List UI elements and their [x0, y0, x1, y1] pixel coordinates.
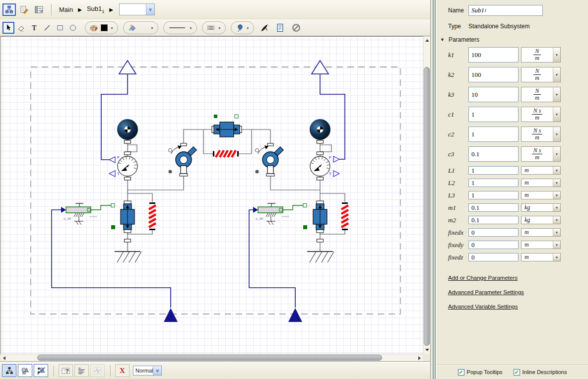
param-unit-select[interactable]: N sm ▼: [521, 146, 561, 162]
param-unit-select[interactable]: kg ▼: [521, 203, 561, 212]
param-value-input[interactable]: 1: [468, 179, 519, 187]
fill-color-dropdown[interactable]: ▼: [123, 21, 158, 34]
signal-wire[interactable]: [101, 74, 128, 160]
horizontal-scrollbar[interactable]: [1, 354, 423, 361]
torque-input-port[interactable]: [109, 171, 115, 177]
signal-port-marker[interactable]: [111, 225, 115, 229]
scroll-up-icon[interactable]: [425, 39, 429, 42]
scroll-right-icon[interactable]: [418, 356, 421, 360]
unit-dropdown-button[interactable]: ▼: [553, 87, 560, 102]
flange-connector[interactable]: [317, 177, 324, 180]
ground-fixture[interactable]: [307, 252, 334, 262]
port-spacing-dropdown[interactable]: ▼: [202, 21, 226, 34]
spring-damper[interactable]: [341, 202, 348, 230]
annotation-edit-button[interactable]: [17, 3, 31, 16]
flange-connector[interactable]: [125, 140, 131, 143]
mechanical-wire[interactable]: [239, 129, 252, 154]
combined-view-button[interactable]: [34, 364, 48, 377]
mechanical-wire[interactable]: [203, 129, 213, 154]
param-value-input[interactable]: 100: [468, 67, 519, 82]
parameters-section-header[interactable]: ▼ Parameters: [440, 36, 588, 43]
horizontal-scroll-thumb[interactable]: [37, 355, 382, 361]
flange-connector[interactable]: [125, 239, 131, 242]
advanced-parameter-settings-link[interactable]: Advanced Parameter Settings: [448, 289, 588, 295]
line-tool-button[interactable]: [41, 22, 53, 34]
text-tool-button[interactable]: T: [28, 22, 40, 34]
param-unit-select[interactable]: m ▼: [521, 228, 561, 237]
unit-dropdown-button[interactable]: ▼: [553, 127, 560, 141]
pen-color-dropdown[interactable]: ▼: [85, 21, 118, 34]
spring-damper[interactable]: [149, 202, 156, 230]
force-input-port[interactable]: [109, 157, 115, 163]
param-value-input[interactable]: 1: [468, 107, 519, 122]
subsystem-port-bottom-right[interactable]: [288, 308, 302, 322]
param-value-input[interactable]: 100: [468, 47, 519, 63]
line-style-dropdown[interactable]: ▼: [163, 21, 197, 34]
force-sensor-gauge[interactable]: [118, 156, 137, 176]
param-unit-select[interactable]: Nm ▼: [521, 67, 561, 82]
param-value-input[interactable]: 0.1: [468, 203, 519, 212]
translational-joint[interactable]: [212, 122, 242, 137]
param-value-input[interactable]: 1: [468, 166, 519, 175]
combo-dropdown-button[interactable]: v: [146, 4, 154, 15]
signal-port-marker[interactable]: [111, 204, 115, 207]
param-unit-select[interactable]: Nm ▼: [521, 87, 561, 102]
param-value-input[interactable]: 1: [468, 126, 519, 142]
rotational-component[interactable]: [256, 143, 284, 176]
param-value-input[interactable]: 0: [468, 241, 519, 249]
unit-dropdown-button[interactable]: ▼: [553, 191, 560, 199]
unit-dropdown-button[interactable]: ▼: [553, 204, 560, 211]
sensor-signal-wire[interactable]: [283, 205, 303, 210]
unit-dropdown-button[interactable]: ▼: [553, 253, 560, 261]
name-input[interactable]: Sub11: [468, 5, 543, 16]
breadcrumb-main[interactable]: Main: [59, 6, 73, 13]
add-change-parameters-link[interactable]: Add or Change Parameters: [448, 275, 588, 281]
scroll-left-icon[interactable]: [3, 356, 5, 360]
param-unit-select[interactable]: m ▼: [521, 241, 561, 249]
signal-port-marker[interactable]: [214, 115, 217, 118]
signal-port-marker[interactable]: [303, 225, 307, 229]
unit-dropdown-button[interactable]: ▼: [553, 48, 560, 62]
panel-splitter[interactable]: [430, 0, 436, 379]
mechanical-wire[interactable]: [128, 176, 184, 190]
parameter-table-button[interactable]: #: [32, 3, 46, 16]
pin-annotation-dropdown[interactable]: ▼: [231, 21, 254, 34]
vertical-scrollbar[interactable]: [423, 37, 430, 354]
flange-connector[interactable]: [125, 177, 131, 180]
unit-dropdown-button[interactable]: ▼: [553, 241, 560, 249]
unit-dropdown-button[interactable]: ▼: [553, 179, 560, 187]
position-sensor[interactable]: [61, 203, 91, 225]
flange-connector[interactable]: [317, 239, 324, 242]
position-sensor[interactable]: [253, 203, 283, 225]
inline-descriptions-checkbox[interactable]: ✓ Inline Descriptions: [514, 369, 567, 376]
prismatic-joint[interactable]: [121, 201, 134, 233]
param-value-input[interactable]: 0.1: [468, 216, 519, 224]
flange-connector[interactable]: [317, 152, 324, 155]
scroll-down-icon[interactable]: [425, 349, 429, 351]
breadcrumb-sub1[interactable]: Sub11: [87, 5, 104, 14]
simulation-graph-button[interactable]: [90, 364, 105, 377]
param-value-input[interactable]: 10: [468, 87, 519, 102]
rectangle-tool-button[interactable]: [54, 22, 66, 34]
param-value-input[interactable]: 1: [468, 191, 519, 199]
mechanical-wire[interactable]: [184, 129, 212, 143]
force-input-port[interactable]: [333, 156, 339, 162]
popup-tooltips-checkbox[interactable]: ✓ Popup Tooltips: [458, 369, 503, 376]
force-sensor-gauge[interactable]: [310, 156, 330, 176]
signal-wire[interactable]: [320, 74, 345, 159]
param-unit-select[interactable]: m ▼: [521, 166, 561, 175]
sensor-signal-wire[interactable]: [91, 205, 111, 210]
unit-dropdown-button[interactable]: ▼: [553, 216, 560, 224]
param-unit-select[interactable]: N sm ▼: [521, 107, 561, 122]
param-value-input[interactable]: 0: [468, 228, 519, 237]
signal-port-marker[interactable]: [303, 204, 307, 207]
mechanical-wire[interactable]: [320, 193, 345, 202]
unit-dropdown-button[interactable]: ▼: [553, 167, 560, 174]
mechanical-wire[interactable]: [242, 129, 270, 143]
unit-dropdown-button[interactable]: ▼: [553, 67, 560, 82]
param-unit-select[interactable]: kg ▼: [521, 216, 561, 224]
param-unit-select[interactable]: Nm ▼: [521, 47, 561, 63]
signal-wire[interactable]: [249, 210, 295, 308]
mode-combobox[interactable]: Normal v: [133, 366, 162, 376]
diagram-view-button[interactable]: [2, 364, 16, 377]
